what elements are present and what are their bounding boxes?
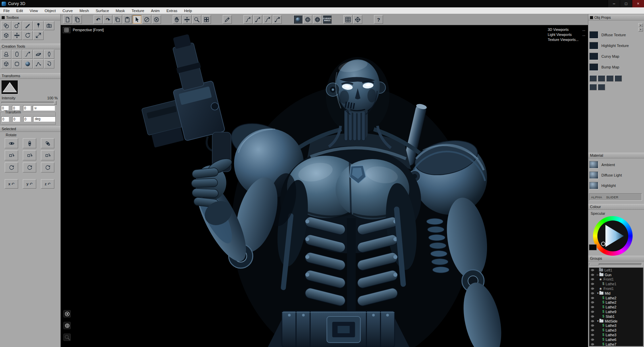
flip-z-button[interactable]: [41, 150, 54, 160]
view-zoom-button[interactable]: [63, 334, 71, 341]
move-tool-button[interactable]: [12, 31, 22, 40]
spin-x-button[interactable]: [5, 162, 18, 172]
groups-scrollbar[interactable]: [589, 263, 642, 266]
viewport-3d[interactable]: Perspective [Front] 3D Viewports...Light…: [61, 25, 588, 347]
draw-line-button[interactable]: [223, 15, 232, 24]
pan-hand-button[interactable]: [173, 15, 182, 24]
flip-x-button[interactable]: [5, 150, 18, 160]
coord-input[interactable]: [23, 116, 31, 122]
colour-wheel[interactable]: [593, 216, 633, 256]
coord-input[interactable]: [12, 116, 20, 122]
group-item-lathe3[interactable]: $Lathe3: [589, 324, 643, 328]
tree-expanded-arrow-icon[interactable]: ▼: [596, 320, 599, 322]
viewport-menu-item[interactable]: Texture Viewports...: [548, 38, 585, 42]
shaded-display-button[interactable]: [293, 15, 303, 24]
specular-mode-label[interactable]: Specular: [591, 211, 605, 215]
spline-primitive-button[interactable]: [33, 59, 44, 68]
visibility-eye-icon[interactable]: [590, 268, 595, 272]
objprop-button-5[interactable]: [589, 84, 597, 90]
cube-primitive-button[interactable]: [1, 59, 11, 68]
curved-wires-display-button[interactable]: CURVED WIRES: [323, 15, 332, 24]
scale-tool-button[interactable]: [33, 31, 44, 40]
visibility-eye-icon[interactable]: [590, 278, 595, 281]
leaf-primitive-button[interactable]: [44, 50, 54, 59]
alpha-slider[interactable]: ALPHA SLIDER: [589, 193, 642, 201]
select-cursor-button[interactable]: [132, 15, 142, 24]
group-item-lathe3[interactable]: $Lathe3: [589, 333, 643, 337]
group-item-front1[interactable]: ∗Front1: [589, 277, 643, 282]
undo-button[interactable]: ↶: [94, 15, 103, 24]
rounded-cube-primitive-button[interactable]: [12, 59, 22, 68]
camera-tool-button[interactable]: [44, 21, 54, 30]
maximize-button[interactable]: □: [620, 0, 632, 7]
curvy-map-thumbnail[interactable]: [589, 53, 598, 60]
visibility-eye-icon[interactable]: [590, 273, 595, 277]
uv-display-button[interactable]: [353, 15, 362, 24]
group-item-lathe9[interactable]: $Lathe9: [589, 309, 643, 314]
menu-curve[interactable]: Curve: [59, 8, 76, 13]
insert-curve-button[interactable]: [263, 15, 272, 24]
visibility-eye-icon[interactable]: [590, 287, 595, 291]
view-reset-button[interactable]: [63, 310, 71, 317]
group-item-front1[interactable]: ∗Front1: [589, 286, 643, 291]
axis-z-button[interactable]: z↶: [41, 179, 54, 189]
copy-button[interactable]: [113, 15, 122, 24]
visibility-eye-icon[interactable]: [590, 305, 595, 309]
objprop-button-3[interactable]: [606, 75, 613, 82]
visibility-eye-icon[interactable]: [590, 342, 595, 346]
shaded-wire-display-button[interactable]: [313, 15, 322, 24]
group-item-lathe7[interactable]: $Lathe7: [589, 342, 643, 346]
visibility-eye-icon[interactable]: [590, 282, 595, 286]
spin-z-button[interactable]: [41, 162, 54, 172]
diffuse-light-thumbnail[interactable]: [589, 171, 598, 179]
group-item-lathe2[interactable]: $Lathe2: [589, 305, 643, 309]
tree-expanded-arrow-icon[interactable]: ▼: [596, 292, 599, 294]
knife-tool-button[interactable]: [22, 21, 33, 30]
rotate-z-button[interactable]: [41, 138, 54, 148]
axis-x-button[interactable]: x↶: [5, 179, 18, 189]
curve-primitive-button[interactable]: [22, 50, 33, 59]
append-curve-button[interactable]: [253, 15, 262, 24]
viewport-grid-button[interactable]: [63, 27, 70, 33]
menu-file[interactable]: File: [0, 8, 13, 13]
bump-map-thumbnail[interactable]: [589, 63, 598, 71]
spin-y-button[interactable]: [23, 162, 36, 172]
menu-surface[interactable]: Surface: [92, 8, 112, 13]
grid-display-button[interactable]: [343, 15, 353, 24]
collapse-square-icon[interactable]: [590, 16, 593, 19]
visibility-eye-icon[interactable]: [590, 296, 595, 300]
flip-y-button[interactable]: [23, 150, 36, 160]
group-item-midside[interactable]: ▼MidSide: [589, 319, 643, 324]
slab-primitive-button[interactable]: [33, 50, 44, 59]
minimize-button[interactable]: –: [608, 0, 620, 7]
groups-scrollbar-thumb[interactable]: [590, 263, 599, 265]
inflate-brush-button[interactable]: [12, 21, 22, 30]
menu-help[interactable]: Help: [181, 8, 196, 13]
group-item-left1[interactable]: Left1: [589, 268, 643, 272]
highlight-texture-thumbnail[interactable]: [589, 42, 598, 49]
redo-button[interactable]: ↷: [103, 15, 112, 24]
paste-button[interactable]: [123, 15, 132, 24]
collapse-square-icon[interactable]: [2, 16, 5, 19]
object-mode-button[interactable]: [1, 31, 11, 40]
menu-edit[interactable]: Edit: [13, 8, 26, 13]
position-unit-box[interactable]: u: [33, 105, 55, 111]
ambient-thumbnail[interactable]: [589, 161, 598, 168]
viewport-menu-item[interactable]: 3D Viewports...: [548, 28, 585, 32]
colour-picker-marker[interactable]: [601, 242, 605, 246]
help-button[interactable]: ?: [374, 15, 383, 24]
close-button[interactable]: ×: [632, 0, 644, 7]
visibility-eye-icon[interactable]: [590, 319, 595, 323]
group-item-lathe1[interactable]: $Lathe1: [589, 282, 643, 286]
menu-mask[interactable]: Mask: [112, 8, 128, 13]
visibility-eye-icon[interactable]: [590, 333, 595, 337]
objprop-button-4[interactable]: [614, 75, 622, 82]
axis-y-button[interactable]: y↶: [23, 179, 36, 189]
visibility-eye-icon[interactable]: [590, 310, 595, 314]
group-item-lathe6[interactable]: $Lathe6: [589, 337, 643, 342]
pin-tool-button[interactable]: [33, 21, 44, 30]
visibility-eye-icon[interactable]: [590, 291, 595, 295]
visibility-eye-icon[interactable]: [590, 314, 595, 318]
coord-input[interactable]: [1, 116, 9, 122]
intensity-slider-thumb[interactable]: [54, 101, 57, 105]
